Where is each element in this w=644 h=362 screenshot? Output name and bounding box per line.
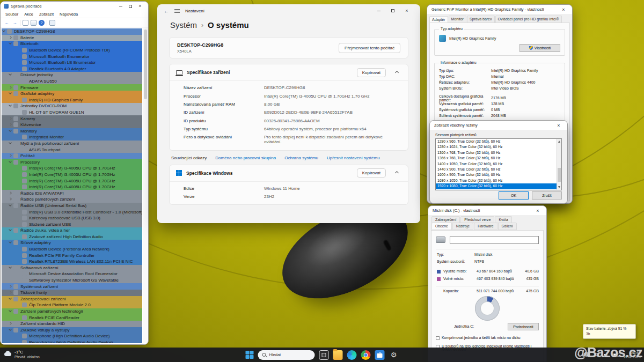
expander-icon[interactable] [8,328,13,333]
scrollbar-thumb[interactable] [558,168,561,182]
tree-item[interactable]: Myši a jiná polohovací zařízení [2,141,142,147]
modes-listbox[interactable]: 1280 x 960, True Color (32 bitů), 60 Hz … [435,138,562,190]
mode-list-item[interactable]: 1360 x 768, True Color (32 bitů), 60 Hz [436,150,561,156]
tree-item[interactable]: Řadiče zvuku, videa a her [2,227,142,234]
tree-item[interactable]: Řadiče IDE ATA/ATAPI [2,190,142,196]
tree-item[interactable]: Intel(R) Core(TM) i3-4005U CPU @ 1.70GHz [2,178,142,184]
checkbox-icon[interactable] [436,336,440,340]
cancel-button[interactable]: Zrušit [532,191,562,200]
tree-item[interactable]: Firmware [2,84,142,91]
tree-item[interactable]: Tiskové fronty [2,290,142,296]
chevron-up-icon[interactable] [395,70,399,74]
tab-sharing[interactable]: Sdílení [498,223,517,230]
expander-icon[interactable] [8,153,13,158]
mode-list-item[interactable]: 1920 x 1080, True Color (32 bitů), 60 Hz [436,183,561,189]
expander-icon[interactable] [8,122,13,127]
titlebar[interactable]: ← Nastavení × [157,4,420,17]
tree-item[interactable]: HL-DT-ST DVDRAM GUE1N [2,109,142,116]
expander-icon[interactable] [8,309,13,314]
menu-soubor[interactable]: Soubor [5,12,18,17]
tree-item[interactable]: Softwarový syntezátor Microsoft GS Wavet… [2,277,142,284]
search-input[interactable]: Hledat [258,350,315,360]
tree-item[interactable]: Integrated Monitor [2,134,142,141]
tab-color-management[interactable]: Správa barev [467,16,495,23]
tree-item[interactable]: Baterie [2,35,142,41]
mode-list-item[interactable]: 1400 x 1050, True Color (32 bitů), 60 Hz [436,161,561,167]
tree-item[interactable]: Klávesnice [2,122,142,128]
tree-item[interactable]: Diskové jednotky [2,72,142,78]
tree-item[interactable]: Systémová zařízení [2,283,142,290]
tree-item[interactable]: Zvukové zařízení High Definition Audio [2,234,142,240]
titlebar[interactable]: Generic PnP Monitor a Intel(R) HD Graphi… [427,5,572,14]
back-icon[interactable]: ← [164,8,169,14]
expander-icon[interactable] [8,228,13,233]
tree-item[interactable]: Intel(R) Core(TM) i3-4005U CPU @ 1.70GHz [2,165,142,172]
tree-item[interactable]: Procesory [2,159,142,165]
menu-napoveda[interactable]: Nápověda [60,12,78,17]
start-icon[interactable] [246,351,254,359]
tree-item[interactable]: Kamery [2,115,142,122]
tree-item[interactable]: Intel(R) Core(TM) i3-4005U CPU @ 1.70GHz [2,184,142,190]
windows-spec-header[interactable]: Specifikace Windows Kopírovat [170,165,408,181]
file-explorer-icon[interactable] [333,350,343,360]
menu-akce[interactable]: Akce [24,12,33,17]
expander-icon[interactable] [8,85,13,90]
titlebar[interactable]: Zobrazit všechny režimy × [430,121,567,130]
edge-icon[interactable] [347,350,357,360]
scan-icon[interactable] [49,20,55,26]
tree-item[interactable]: Softwarová zařízení [2,265,142,271]
chevron-up-icon[interactable] [395,171,399,175]
expander-icon[interactable] [8,191,13,196]
volume-label-input[interactable] [450,236,539,244]
scrollbar[interactable] [557,139,561,190]
tree-item[interactable]: Složené zařízení USB [2,221,142,227]
tree-item[interactable]: Zařízení standardu HID [2,321,142,327]
tab-general[interactable]: Obecné [431,223,452,230]
scrollbar-thumb[interactable] [144,29,147,99]
tree-item[interactable]: Kořenový rozbočovač USB (USB 3.0) [2,215,142,221]
related-link[interactable]: Upřesnit nastavení systému [327,156,380,160]
expander-icon[interactable] [8,129,13,134]
tree-item[interactable]: Síťové adaptéry [2,240,142,246]
scroll-down-icon[interactable] [558,186,560,188]
expander-icon[interactable] [2,29,6,34]
expander-icon[interactable] [8,197,13,202]
tree-item[interactable]: Microphone (High Definition Audio Device… [2,333,142,339]
tree-item[interactable]: Zabezpečovací zařízení [2,296,142,302]
tree-item[interactable]: Intel(R) HD Graphics Family [2,97,142,104]
tree-item[interactable]: Zařízení paměťových technologií [2,308,142,315]
tree-item[interactable]: Microsoft Bluetooth Enumerator [2,53,142,60]
mode-list-item[interactable]: 1280 x 1024, True Color (32 bitů), 60 Hz [436,144,561,150]
tree-item[interactable]: Microsoft Device Association Root Enumer… [2,271,142,277]
details-button[interactable]: Podrobnosti [508,323,539,330]
tree-item[interactable]: Microsoft Bluetooth LE Enumerator [2,60,142,66]
expander-icon[interactable] [8,160,13,165]
mode-list-item[interactable]: 1600 x 900, True Color (32 bitů), 60 Hz [436,172,561,178]
help-icon[interactable]: ? [39,20,45,26]
close-icon[interactable]: × [400,6,414,16]
tree-item[interactable]: ASUS Touchpad [2,146,142,153]
document-icon[interactable] [23,20,28,26]
titlebar[interactable]: Správa počítače × [1,2,148,11]
breadcrumb-parent[interactable]: Systém [170,20,197,29]
close-icon[interactable]: × [554,123,563,128]
expander-icon[interactable] [8,290,13,295]
tree-item[interactable]: Zvukové vstupy a výstupy [2,327,142,334]
tab-monitor[interactable]: Monitor [449,16,466,23]
tree-item[interactable]: Řadiče paměťových zařízení [2,196,142,203]
expander-icon[interactable] [8,116,13,121]
tree-item[interactable]: Bluetooth Device (RFCOMM Protocol TDI) [2,47,142,54]
forward-icon[interactable]: → [12,20,18,26]
tree-item[interactable]: Čip Trusted Platform Module 2.0 [2,302,142,308]
tree-item[interactable]: Bluetooth Device (Personal Area Network) [2,246,142,253]
tree-item[interactable]: Jednotky DVD/CD-ROM [2,103,142,109]
expander-icon[interactable] [8,35,13,40]
close-icon[interactable]: × [135,3,145,10]
close-icon[interactable]: × [559,7,568,12]
scroll-up-icon[interactable] [558,141,560,143]
titlebar[interactable]: Místní disk (C:) - vlastnosti × [428,206,546,215]
expander-icon[interactable] [8,321,13,326]
tree-item[interactable]: Bluetooth [2,41,142,47]
copy-button[interactable]: Kopírovat [357,68,386,77]
compress-checkbox-row[interactable]: Komprimovat jednotku a šetřit tak místo … [436,336,539,340]
